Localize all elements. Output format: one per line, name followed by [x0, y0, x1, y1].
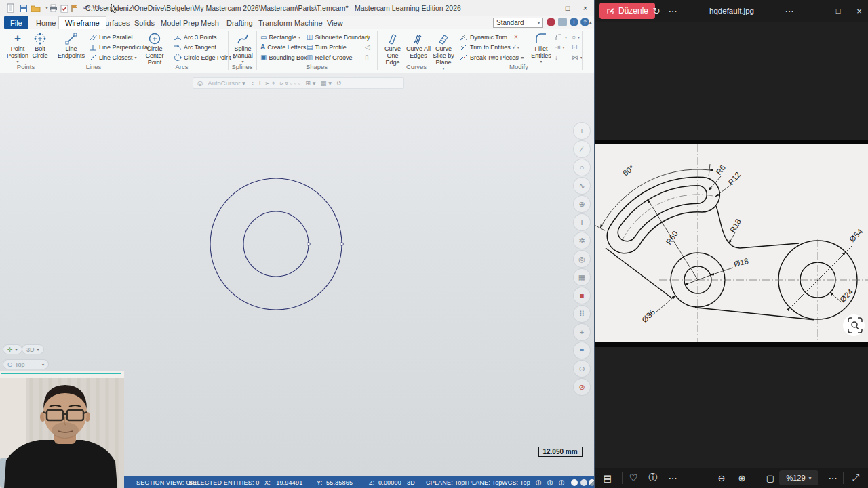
canvas-tool-circle-icon[interactable]: ○	[573, 159, 591, 176]
modify-delete-icon[interactable]: ×	[514, 33, 518, 41]
visual-search-icon[interactable]	[843, 314, 865, 336]
project-down-icon[interactable]: ↓	[555, 53, 558, 62]
gnomon-mode-control[interactable]: 3D▾	[22, 344, 44, 354]
tab-wireframe[interactable]: Wireframe	[58, 16, 106, 29]
line-closest-button[interactable]: Line Closest▾	[89, 53, 137, 62]
info-icon[interactable]: i	[570, 18, 578, 26]
close-button[interactable]: ×	[576, 0, 594, 16]
arc-tangent-button[interactable]: Arc Tangent	[174, 43, 216, 52]
group-label-modify: Modify	[456, 63, 582, 70]
scale-icon[interactable]: ⋈▾	[572, 53, 583, 62]
spline-manual-button[interactable]: Spline Manual▾	[229, 32, 256, 64]
fillet-corner-icon[interactable]: ▾	[555, 33, 567, 41]
feedback-icon[interactable]	[558, 18, 567, 26]
tab-view[interactable]: View	[321, 16, 349, 29]
shapes-extra-icon[interactable]: ◁	[365, 43, 370, 52]
tab-home[interactable]: Home	[30, 16, 62, 29]
zoom-out-icon[interactable]: ⊖	[713, 468, 730, 488]
regen-icon: ↺	[336, 79, 342, 87]
ribbon-collapse-icon[interactable]: ▴	[589, 20, 592, 25]
silhouette-boundary-button[interactable]: ◫Silhouette Boundary	[307, 33, 370, 41]
photo-image[interactable]: 60° R6 R12 R18 R60 Ø18 Ø36 Ø54 Ø24	[595, 140, 868, 347]
gnomon-axes-control[interactable]: ✛▾	[3, 344, 22, 354]
wireframe-globe-icon[interactable]: ⊕	[558, 478, 565, 487]
fit-to-window-icon[interactable]: ▢	[762, 468, 779, 488]
dynamic-trim-button[interactable]: Dynamic Trim	[460, 33, 507, 41]
pattern-icon: ▦ ▾	[321, 79, 332, 87]
modify-extend-icon[interactable]: ↗▾	[514, 53, 524, 62]
curve-all-edges-button[interactable]: Curve All Edges	[406, 32, 431, 60]
shaded-sphere-icon[interactable]	[580, 479, 587, 486]
favorite-icon[interactable]: ♡	[625, 468, 642, 488]
mastercam-logo-icon[interactable]	[547, 18, 555, 26]
canvas-tool-line-icon[interactable]: ∕	[573, 140, 591, 158]
circle-edge-point-button[interactable]: Circle Edge Point▾	[174, 53, 235, 62]
canvas-tool-disable-icon[interactable]: ⊘	[573, 378, 591, 396]
more-options-icon[interactable]: ⋯	[783, 5, 795, 16]
fillet-entities-button[interactable]: Fillet Entities▾	[529, 32, 553, 64]
zoom-level-control[interactable]: %129 ▾	[779, 470, 818, 485]
circle-center-point-button[interactable]: Circle Center Point	[139, 32, 170, 66]
view-plane-control[interactable]: GTop▾	[3, 359, 49, 369]
canvas-tool-shaded-icon[interactable]: ◎	[573, 250, 591, 268]
dimension-mode[interactable]: 3D	[407, 479, 415, 486]
zoom-in-icon[interactable]: ⊕	[733, 468, 751, 488]
wcs-status[interactable]: WCS: Top	[502, 479, 530, 486]
shapes-extra-icon[interactable]: ▯	[365, 53, 369, 62]
filmstrip-icon[interactable]: ▤	[599, 468, 616, 488]
group-label-curves: Curves	[377, 63, 456, 70]
shapes-extra-icon[interactable]: ✦	[365, 33, 370, 41]
toolbar-preset-combo[interactable]: Standard▾	[493, 18, 543, 28]
more-options-icon[interactable]: ⋯	[664, 468, 682, 488]
fullscreen-icon[interactable]: ⤢	[847, 468, 865, 488]
file-info-icon[interactable]: ⓘ	[644, 468, 662, 488]
wireframe-globe-icon[interactable]: ⊕	[535, 478, 542, 487]
create-letters-button[interactable]: ACreate Letters	[260, 43, 306, 52]
curve-one-edge-button[interactable]: Curve One Edge	[380, 32, 406, 66]
relief-groove-button[interactable]: ▥Relief Groove	[307, 53, 352, 62]
canvas-tool-spline-icon[interactable]: ∿	[573, 177, 591, 195]
line-endpoints-button[interactable]: Line Endpoints	[56, 32, 87, 60]
canvas-tool-trim-icon[interactable]: ✲	[573, 232, 591, 249]
move-to-icon[interactable]: ⇥▾	[555, 43, 564, 52]
canvas-tool-planes-icon[interactable]: +	[573, 323, 591, 341]
trim-to-entities-button[interactable]: Trim to Entities▾	[460, 43, 515, 52]
turn-profile-button[interactable]: ▤Turn Profile	[307, 43, 347, 52]
maximize-button[interactable]: □	[827, 0, 849, 22]
modify-edit-icon[interactable]: ∕▾	[514, 43, 519, 52]
wireframe-globe-icon[interactable]: ⊕	[547, 478, 553, 487]
rectangle-button[interactable]: ▭Rectangle▾	[260, 33, 300, 41]
cplane-status[interactable]: CPLANE: Top	[426, 479, 465, 486]
boxed-icon[interactable]: ⊡	[572, 43, 577, 52]
minimize-button[interactable]: –	[804, 0, 825, 22]
shaded-sphere-icon[interactable]	[571, 479, 578, 486]
bolt-circle-button[interactable]: Bolt Circle	[28, 32, 52, 60]
maximize-button[interactable]: □	[559, 0, 576, 16]
help-icon[interactable]: ?	[580, 18, 589, 26]
bounding-box-button[interactable]: ▣Bounding Box	[260, 53, 307, 62]
canvas-tool-settings-icon[interactable]: ⊙	[573, 360, 591, 378]
close-button[interactable]: ×	[850, 0, 868, 22]
canvas-tool-grid-icon[interactable]: ⠿	[573, 305, 591, 323]
canvas-tool-add-icon[interactable]: +	[573, 122, 591, 140]
snap-icons: ⁘ ✛ ➢ ⌖	[250, 79, 275, 87]
minimize-button[interactable]: –	[541, 0, 559, 16]
autocursor-toolbar[interactable]: ◎ AutoCursor ▾ ⁘ ✛ ➢ ⌖ ▹ ▿ ▫ ◦ ▫ ⊞ ▾ ▦ ▾…	[193, 77, 404, 89]
fillet-entities-label: Fillet Entities	[529, 46, 553, 60]
line-parallel-button[interactable]: Line Parallel	[89, 33, 133, 41]
tplane-status[interactable]: TPLANE: Top	[464, 479, 502, 486]
point-position-button[interactable]: + Point Position▾	[5, 32, 30, 64]
canvas-tool-point-icon[interactable]: ⊕	[573, 195, 591, 213]
canvas-tool-mesh-icon[interactable]: ▦	[573, 268, 591, 286]
break-two-pieces-button[interactable]: Break Two Pieces▾	[460, 53, 523, 62]
tab-file[interactable]: File	[4, 16, 28, 29]
canvas-tool-levels-icon[interactable]: ■	[573, 287, 591, 304]
point-position-icon: +	[14, 32, 21, 45]
canvas-tool-layers-icon[interactable]: ≡	[573, 342, 591, 359]
arc-3-points-button[interactable]: Arc 3 Points	[174, 33, 217, 41]
selected-entities-status[interactable]: SELECTED ENTITIES: 0	[189, 479, 260, 486]
chamfer-circle-icon[interactable]: ○▾	[572, 33, 580, 41]
dynamic-trim-label: Dynamic Trim	[470, 34, 507, 41]
more-options-icon[interactable]: ⋯	[824, 468, 842, 488]
canvas-tool-dimension-icon[interactable]: I	[573, 214, 591, 231]
